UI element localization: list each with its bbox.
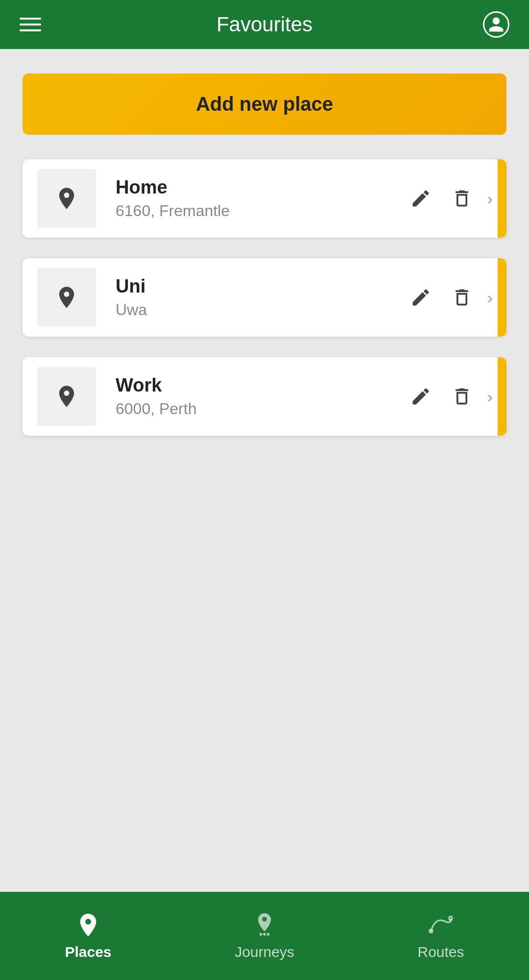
edit-home-button[interactable] (405, 183, 436, 214)
chevron-right-icon: › (487, 387, 498, 406)
nav-label-routes: Routes (417, 944, 464, 960)
uni-item-text: Uni Uwa (111, 263, 395, 332)
yellow-bar (498, 159, 506, 238)
work-item-address: 6000, Perth (116, 400, 390, 418)
work-item-text: Work 6000, Perth (111, 362, 395, 431)
nav-item-journeys[interactable]: Journeys (176, 911, 353, 960)
place-icon-work (37, 367, 96, 426)
delete-uni-button[interactable] (446, 282, 478, 313)
work-item-actions (395, 381, 487, 412)
add-new-place-button[interactable]: Add new place (23, 74, 506, 135)
profile-button[interactable] (483, 11, 509, 38)
svg-point-3 (429, 929, 433, 933)
home-item-address: 6160, Fremantle (116, 202, 390, 220)
list-item[interactable]: Home 6160, Fremantle › (23, 159, 506, 238)
place-icon-home (37, 169, 96, 228)
edit-uni-button[interactable] (405, 282, 436, 313)
svg-point-2 (267, 933, 270, 936)
yellow-bar (498, 258, 506, 337)
uni-item-address: Uwa (116, 301, 390, 319)
nav-item-routes[interactable]: Routes (353, 911, 529, 960)
edit-work-button[interactable] (405, 381, 436, 412)
list-item[interactable]: Uni Uwa › (23, 258, 506, 337)
nav-item-places[interactable]: Places (0, 911, 176, 960)
menu-button[interactable] (20, 18, 41, 31)
bottom-navigation: Places Journeys Routes (0, 892, 529, 980)
work-item-name: Work (116, 375, 390, 396)
uni-item-name: Uni (116, 276, 390, 297)
svg-point-0 (260, 933, 263, 936)
main-content: Add new place Home 6160, Fremantle › (0, 49, 529, 892)
home-item-actions (395, 183, 487, 214)
delete-work-button[interactable] (446, 381, 478, 412)
delete-home-button[interactable] (446, 183, 478, 214)
chevron-right-icon: › (487, 189, 498, 208)
list-item[interactable]: Work 6000, Perth › (23, 357, 506, 436)
nav-label-journeys: Journeys (235, 944, 294, 960)
chevron-right-icon: › (487, 288, 498, 307)
place-icon-uni (37, 268, 96, 327)
home-item-text: Home 6160, Fremantle (111, 164, 395, 233)
home-item-name: Home (116, 177, 390, 198)
svg-point-1 (263, 933, 266, 936)
page-title: Favourites (216, 13, 313, 36)
uni-item-actions (395, 282, 487, 313)
header: Favourites (0, 0, 529, 49)
yellow-bar (498, 357, 506, 436)
nav-label-places: Places (65, 944, 111, 960)
